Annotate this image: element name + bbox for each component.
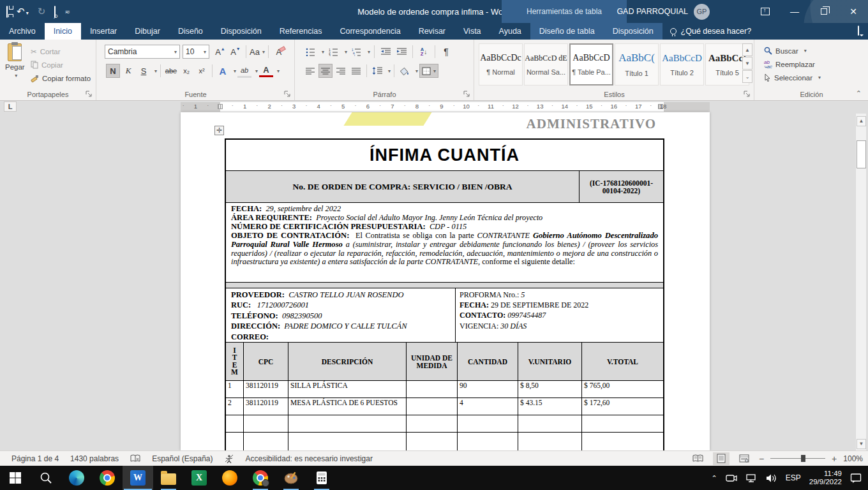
underline-arrow[interactable]: ▾ (154, 68, 157, 74)
bold-button[interactable]: N (106, 64, 120, 78)
print-preview-button[interactable] (54, 6, 56, 17)
parrafo-dialog-launcher[interactable] (463, 91, 471, 98)
shading-arrow[interactable]: ▾ (415, 68, 418, 74)
customize-qat-button[interactable]: ≂ (64, 8, 70, 15)
ribbon-display-options-button[interactable] (751, 0, 780, 23)
scroll-down-arrow[interactable]: ▼ (857, 439, 866, 449)
multilevel-list-button[interactable]: 1ai (349, 45, 363, 59)
decrease-indent-button[interactable] (378, 45, 393, 59)
align-left-button[interactable] (303, 64, 317, 78)
ruler-strip[interactable]: 1123456789101112131415161718············… (181, 102, 710, 112)
find-button[interactable]: Buscar▾ (764, 44, 821, 57)
italic-button[interactable]: K (121, 64, 135, 78)
scroll-up-arrow[interactable]: ▲ (857, 116, 866, 126)
minimize-button[interactable]: — (780, 0, 809, 23)
zoom-slider-thumb[interactable] (801, 455, 805, 462)
subscript-button[interactable]: x₂ (179, 64, 193, 78)
tab-disposicion-tabla[interactable]: Disposición (604, 23, 662, 40)
taskbar-word-icon[interactable]: W (123, 466, 153, 490)
table-move-handle[interactable]: ✛ (214, 126, 224, 135)
tab-ayuda[interactable]: Ayuda (490, 23, 530, 40)
tab-inicio[interactable]: Inicio (45, 23, 81, 40)
zoom-out-button[interactable]: − (759, 454, 764, 464)
change-case-button[interactable]: Aa▾ (250, 45, 265, 59)
line-spacing-arrow[interactable]: ▾ (388, 68, 391, 74)
redo-button[interactable]: ↻ (38, 6, 46, 17)
taskbar-firefox-icon[interactable] (214, 466, 245, 490)
undo-button[interactable]: ↶ ▾ (17, 6, 29, 17)
portapapeles-dialog-launcher[interactable] (86, 91, 93, 98)
speaker-icon[interactable] (765, 473, 777, 483)
align-center-button[interactable] (318, 64, 333, 78)
styles-scroll-up[interactable]: ▲ (742, 43, 752, 56)
style-normal[interactable]: AaBbCcDc ¶ Normal (479, 43, 523, 85)
shading-button[interactable] (398, 64, 412, 78)
tab-diseno[interactable]: Diseño (169, 23, 212, 40)
tray-clock[interactable]: 11:49 29/9/2022 (809, 470, 842, 486)
zoom-slider[interactable] (770, 458, 825, 459)
word-count[interactable]: 1430 palabras (70, 454, 119, 463)
paste-button[interactable]: Pegar ▾ (5, 43, 25, 78)
estilos-dialog-launcher[interactable] (744, 91, 751, 98)
style-titulo-1[interactable]: AaBbC( Título 1 (615, 43, 659, 85)
bullets-arrow[interactable]: ▾ (322, 49, 324, 55)
page[interactable]: ADMINISTRATIVO ✛ ÍNFIMA CUANTÍA No. DE O… (181, 112, 710, 450)
text-effects-button[interactable]: A (216, 64, 230, 78)
tab-disposicion[interactable]: Disposición (212, 23, 271, 40)
cut-button[interactable]: ✂Cortar (31, 45, 91, 58)
increase-indent-button[interactable] (394, 45, 408, 59)
highlight-button[interactable]: ab (237, 64, 251, 78)
keyboard-language[interactable]: ESP (786, 473, 801, 482)
line-spacing-button[interactable] (370, 64, 384, 78)
format-painter-button[interactable]: Copiar formato (31, 71, 91, 85)
start-button[interactable] (0, 466, 31, 490)
taskbar-calculator-icon[interactable] (306, 466, 337, 490)
accessibility-status[interactable]: Accesibilidad: es necesario investigar (246, 454, 373, 463)
page-indicator[interactable]: Página 1 de 4 (11, 454, 59, 463)
tab-diseno-de-tabla[interactable]: Diseño de tabla (530, 23, 604, 40)
read-mode-button[interactable] (690, 452, 707, 465)
zoom-in-button[interactable]: + (832, 454, 837, 464)
style-normal-sa[interactable]: AaBbCcD dE Normal Sa... (524, 43, 568, 85)
tray-chevron-icon[interactable]: ⌃ (712, 474, 717, 482)
accessibility-icon[interactable] (225, 454, 234, 463)
font-color-button[interactable]: A (259, 64, 273, 77)
tab-referencias[interactable]: Referencias (271, 23, 331, 40)
taskbar-chrome-icon[interactable] (92, 466, 123, 490)
font-family-combo[interactable]: Cambria▾ (105, 45, 180, 59)
highlight-arrow[interactable]: ▾ (255, 68, 258, 74)
collapse-ribbon-button[interactable]: ⌃ (856, 89, 862, 98)
scrollbar-thumb[interactable] (857, 140, 866, 168)
tell-me-box[interactable]: ¿Qué desea hacer? (662, 23, 760, 40)
styles-gallery-more[interactable]: ⌄ (742, 70, 752, 83)
styles-scroll-down[interactable]: ▼ (742, 57, 752, 70)
select-button[interactable]: Seleccionar▾ (764, 71, 821, 84)
action-center-icon[interactable] (850, 473, 862, 483)
restore-button[interactable] (809, 0, 839, 23)
tab-revisar[interactable]: Revisar (410, 23, 454, 40)
clear-formatting-button[interactable]: A (272, 45, 286, 59)
taskbar-explorer-icon[interactable] (153, 466, 184, 490)
underline-button[interactable]: S (137, 64, 151, 78)
sort-button[interactable]: AZ↓ (417, 45, 431, 59)
tab-dibujar[interactable]: Dibujar (126, 23, 169, 40)
language-indicator[interactable]: Español (España) (152, 454, 213, 463)
vertical-scrollbar[interactable]: ▲ ▼ (855, 114, 866, 450)
share-comments-button[interactable] (858, 26, 859, 35)
font-size-combo[interactable]: 10▾ (183, 45, 209, 59)
show-paragraph-marks-button[interactable]: ¶ (439, 45, 453, 59)
grow-font-button[interactable]: A▲ (213, 45, 227, 59)
close-button[interactable]: ✕ (839, 0, 868, 23)
tab-correspondencia[interactable]: Correspondencia (331, 23, 409, 40)
save-button[interactable] (6, 6, 8, 17)
taskbar-paint-icon[interactable] (276, 466, 306, 490)
align-right-button[interactable] (334, 64, 348, 78)
strikethrough-button[interactable]: abe (164, 64, 178, 78)
superscript-button[interactable]: x² (195, 64, 209, 78)
taskbar-search-button[interactable] (31, 466, 61, 490)
table-column-marker[interactable] (218, 104, 223, 109)
tab-stop-selector[interactable]: L (4, 101, 17, 112)
style-table-paragraph[interactable]: AaBbCcD ¶ Table Pa... (569, 43, 613, 85)
network-icon[interactable] (745, 473, 757, 483)
justify-button[interactable] (349, 64, 363, 78)
